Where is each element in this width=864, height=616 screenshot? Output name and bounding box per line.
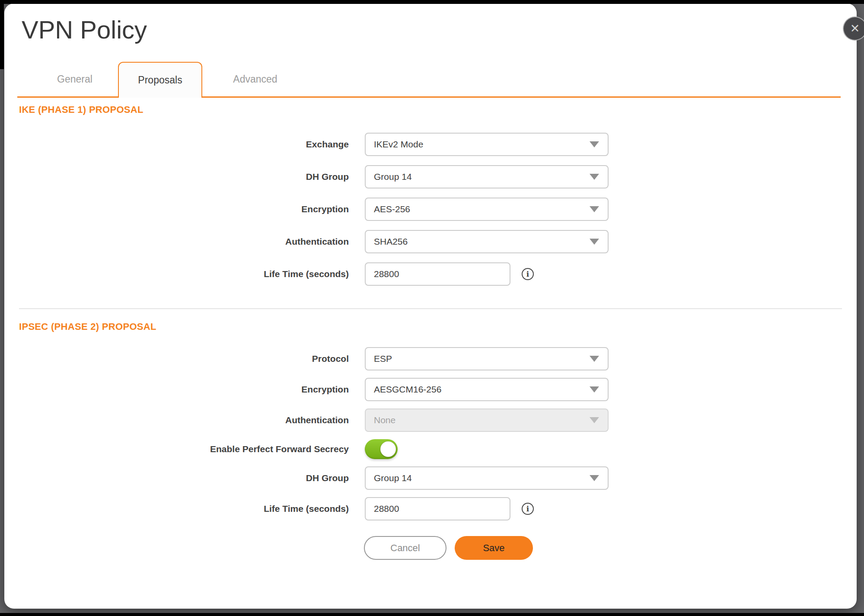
ipsec-protocol-value: ESP — [374, 354, 392, 364]
ike-life-time-input[interactable] — [365, 262, 510, 286]
ipsec-encryption-label: Encryption — [19, 384, 349, 395]
tab-advanced[interactable]: Advanced — [202, 62, 308, 96]
chevron-down-icon — [590, 239, 599, 245]
toggle-knob — [380, 441, 396, 457]
chevron-down-icon — [590, 356, 599, 362]
ipsec-life-time-row: Life Time (seconds)i — [19, 497, 842, 520]
tab-general[interactable]: General — [32, 62, 118, 96]
save-button[interactable]: Save — [455, 536, 533, 560]
chevron-down-icon — [590, 386, 599, 393]
ike-life-time-label: Life Time (seconds) — [19, 269, 349, 279]
ike-rows: ExchangeIKEv2 ModeDH GroupGroup 14Encryp… — [19, 133, 842, 286]
ipsec-dh-group-dropdown[interactable]: Group 14 — [365, 466, 609, 490]
footer-actions: Cancel Save — [364, 536, 857, 560]
vpn-policy-dialog: VPN Policy GeneralProposalsAdvanced IKE … — [4, 3, 857, 609]
info-icon[interactable]: i — [522, 503, 534, 515]
ike-life-time-row: Life Time (seconds)i — [19, 262, 842, 286]
page-title: VPN Policy — [22, 16, 857, 44]
bottom-black-bar — [0, 613, 864, 616]
ipsec-pfs-label: Enable Perfect Forward Secrecy — [19, 444, 349, 454]
ipsec-protocol-dropdown[interactable]: ESP — [365, 347, 609, 370]
ike-authentication-row: AuthenticationSHA256 — [19, 230, 842, 253]
ipsec-protocol-row: ProtocolESP — [19, 347, 842, 370]
ipsec-dh-group-row: DH GroupGroup 14 — [19, 466, 842, 490]
ike-section-heading: IKE (PHASE 1) PROPOSAL — [19, 103, 842, 116]
close-button[interactable]: ✕ — [843, 16, 864, 41]
ipsec-life-time-label: Life Time (seconds) — [19, 504, 349, 514]
left-black-strip — [0, 0, 4, 69]
ike-authentication-label: Authentication — [19, 236, 349, 247]
ipsec-authentication-value: None — [374, 415, 395, 425]
ipsec-encryption-dropdown[interactable]: AESGCM16-256 — [365, 378, 609, 401]
chevron-down-icon — [590, 417, 599, 423]
chevron-down-icon — [590, 141, 599, 147]
ike-encryption-label: Encryption — [19, 204, 349, 214]
section-divider — [19, 308, 842, 309]
ipsec-life-time-input[interactable] — [365, 497, 510, 520]
chevron-down-icon — [590, 475, 599, 481]
ipsec-pfs-toggle[interactable] — [365, 439, 398, 459]
ipsec-authentication-row: AuthenticationNone — [19, 409, 842, 432]
ipsec-section-heading: IPSEC (PHASE 2) PROPOSAL — [19, 320, 842, 333]
ike-authentication-dropdown[interactable]: SHA256 — [365, 230, 609, 253]
ipsec-dh-group-label: DH Group — [19, 473, 349, 483]
ike-encryption-row: EncryptionAES-256 — [19, 198, 842, 221]
ike-encryption-dropdown[interactable]: AES-256 — [365, 198, 609, 221]
ike-exchange-value: IKEv2 Mode — [374, 139, 423, 150]
ipsec-pfs-row: Enable Perfect Forward Secrecy — [19, 439, 842, 459]
tab-bar: GeneralProposalsAdvanced — [17, 62, 841, 98]
ike-dh-group-dropdown[interactable]: Group 14 — [365, 165, 609, 188]
info-icon[interactable]: i — [522, 268, 534, 280]
ike-dh-group-label: DH Group — [19, 172, 349, 182]
ipsec-authentication-label: Authentication — [19, 415, 349, 425]
ipsec-protocol-label: Protocol — [19, 354, 349, 364]
ipsec-authentication-dropdown: None — [365, 409, 609, 432]
chevron-down-icon — [590, 206, 599, 212]
ike-exchange-dropdown[interactable]: IKEv2 Mode — [365, 133, 609, 156]
screen-backdrop: VPN Policy GeneralProposalsAdvanced IKE … — [0, 0, 864, 616]
ipsec-encryption-row: EncryptionAESGCM16-256 — [19, 378, 842, 401]
ike-encryption-value: AES-256 — [374, 204, 410, 214]
ike-exchange-row: ExchangeIKEv2 Mode — [19, 133, 842, 156]
ipsec-encryption-value: AESGCM16-256 — [374, 384, 441, 395]
ike-dh-group-row: DH GroupGroup 14 — [19, 165, 842, 188]
top-black-bar — [0, 0, 864, 4]
ipsec-dh-group-value: Group 14 — [374, 473, 412, 483]
cancel-button[interactable]: Cancel — [364, 536, 446, 560]
ike-exchange-label: Exchange — [19, 139, 349, 150]
ipsec-rows: ProtocolESPEncryptionAESGCM16-256Authent… — [19, 347, 842, 520]
chevron-down-icon — [590, 174, 599, 180]
ike-authentication-value: SHA256 — [374, 236, 408, 247]
ike-dh-group-value: Group 14 — [374, 172, 412, 182]
tab-proposals[interactable]: Proposals — [118, 62, 202, 98]
form-sections: IKE (PHASE 1) PROPOSALExchangeIKEv2 Mode… — [4, 103, 857, 520]
close-icon: ✕ — [850, 23, 860, 35]
